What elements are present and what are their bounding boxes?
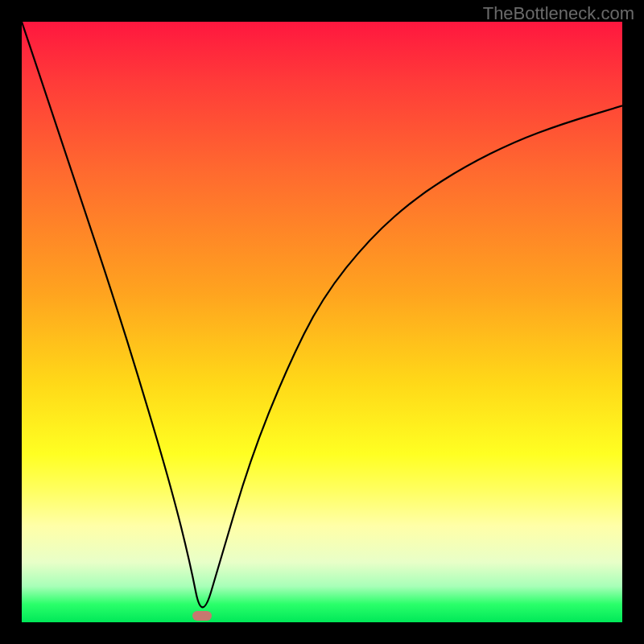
watermark-text: TheBottleneck.com: [483, 3, 634, 24]
optimal-point-marker: [192, 611, 212, 621]
bottleneck-curve: [22, 22, 622, 622]
chart-plot-area: [22, 22, 622, 622]
